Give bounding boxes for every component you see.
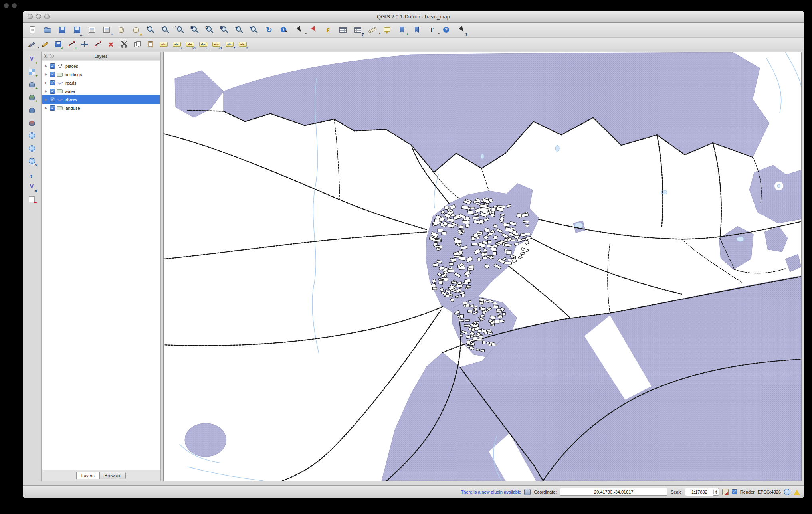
scale-combobox[interactable]: ▲▼ [685,488,719,496]
composer-manager-button[interactable]: ≡ ▾ [100,24,113,36]
select-by-expression-button[interactable]: ▾ [321,24,335,36]
render-checkbox[interactable] [732,489,737,494]
zoom-out-button[interactable]: − ▾ [159,24,172,36]
add-postgis-layer-button[interactable]: + ▾ [26,79,38,90]
tab-layers[interactable]: Layers [76,472,100,479]
add-wfs-layer-button[interactable]: V ▾ [26,156,38,167]
layer-row-rivers[interactable]: rivers [42,95,160,104]
panel-close-button[interactable] [44,54,48,58]
layer-visibility-checkbox[interactable] [50,72,55,77]
save-layer-edits-button[interactable]: ✓ ▾ [52,39,64,50]
toggle-editing-button[interactable]: ▾ [39,39,51,50]
help-button[interactable]: ▾ [440,24,453,36]
layer-row-landuse[interactable]: landuse [42,104,160,112]
pan-map-button[interactable]: ▾ [115,24,128,36]
show-bookmarks-button[interactable]: ▾ [410,24,424,36]
whats-this-button[interactable]: ? ▾ [454,24,468,36]
identify-features-button[interactable]: ▾ [277,24,291,36]
label-properties-button[interactable]: ≡ ▾ [237,39,249,50]
zoom-native-button[interactable]: 1:1 ▾ [174,24,187,36]
zoom-full-button[interactable]: ▣ ▾ [188,24,202,36]
layer-visibility-checkbox[interactable] [50,105,55,111]
add-mssql-layer-button[interactable]: ▾ [26,105,38,116]
current-edits-button[interactable]: ▾ [26,39,38,50]
save-project-as-button[interactable]: … ▾ [70,24,84,36]
cut-features-button[interactable]: ▾ [118,39,130,50]
scale-input[interactable] [685,488,713,496]
add-mssql-layer-icon [28,106,36,115]
new-project-button[interactable]: ▾ [26,24,40,36]
copy-features-button[interactable]: ▾ [131,39,143,50]
label-move-button[interactable]: ↔ ▾ [197,39,209,50]
refresh-map-button[interactable]: ▾ [262,24,276,36]
close-button[interactable] [28,14,33,19]
label-highlight-button[interactable]: ∅ ▾ [184,39,196,50]
deselect-features-button[interactable]: ▾ [307,24,320,36]
render-label: Render [740,490,755,494]
add-delimited-text-layer-button[interactable]: ▾ [26,168,38,180]
expand-arrow-icon[interactable] [44,89,48,93]
label-pin-button[interactable]: • ▾ [171,39,183,50]
open-attribute-table-button[interactable]: ▾ [336,24,350,36]
layer-visibility-checkbox[interactable] [50,89,55,94]
layer-row-places[interactable]: places [42,62,160,70]
open-project-button[interactable]: ▾ [41,24,54,36]
new-bookmark-button[interactable]: + ▾ [395,24,409,36]
layer-row-roads[interactable]: roads [42,79,160,87]
pan-to-selection-button[interactable]: ★ ▾ [129,24,143,36]
zoom-in-button[interactable]: + ▾ [144,24,158,36]
map-tips-button[interactable]: ▾ [380,24,394,36]
add-raster-layer-button[interactable]: + ▾ [26,66,38,77]
scale-spinner-icon[interactable]: ▲▼ [713,490,719,494]
label-change-button[interactable]: * ▾ [224,39,236,50]
minimize-button[interactable] [36,14,41,19]
new-shapefile-layer-button[interactable]: ∗ ▾ [26,181,38,192]
map-canvas[interactable] [163,52,802,481]
expand-arrow-icon[interactable] [44,73,48,76]
panel-float-button[interactable] [50,54,54,58]
expand-arrow-icon[interactable] [44,106,48,110]
plugin-icon[interactable] [524,489,531,495]
layer-visibility-checkbox[interactable] [50,63,55,69]
zoom-window-button[interactable] [44,14,50,19]
layers-panel-header[interactable]: Layers [42,52,160,60]
remove-layer-button[interactable]: − ▾ [26,194,38,205]
coordinate-input[interactable] [560,488,667,496]
new-print-composer-button[interactable]: ▾ [85,24,99,36]
zoom-to-selection-button[interactable]: ▢ ▾ [203,24,217,36]
paste-features-button[interactable]: ▾ [145,39,156,50]
new-plugin-link[interactable]: There is a new plugin available [461,490,521,494]
node-tool-button[interactable]: ▾ [92,39,104,50]
expand-arrow-icon[interactable] [44,81,48,85]
map-svg[interactable] [164,52,801,481]
labeling-button[interactable]: ▾ [158,39,170,50]
titlebar[interactable]: QGIS 2.0.1-Dufour - basic_map [23,11,804,23]
messages-log-button[interactable] [794,490,800,495]
expand-arrow-icon[interactable] [44,64,48,68]
tab-browser[interactable]: Browser [100,472,126,479]
add-oracle-layer-button[interactable]: ▾ [26,117,38,128]
add-spatialite-layer-button[interactable]: + ▾ [26,92,38,103]
move-feature-button[interactable]: ▾ [79,39,91,50]
crs-status-button[interactable] [784,489,790,495]
select-features-button[interactable]: ▾ [292,24,305,36]
text-annotation-button[interactable]: ▾ [425,24,438,36]
measure-button[interactable]: ▾ [366,24,379,36]
field-calculator-button[interactable]: ∑ ▾ [351,24,364,36]
delete-selected-button[interactable]: ▾ [105,39,117,50]
layer-row-water[interactable]: water [42,87,160,95]
add-vector-layer-button[interactable]: + ▾ [26,53,38,65]
layer-row-buildings[interactable]: buildings [42,70,160,79]
zoom-last-button[interactable]: ◀ ▾ [233,24,246,36]
stop-render-icon[interactable] [722,489,729,495]
add-wcs-layer-button[interactable]: ▾ [26,143,38,154]
label-rotate-button[interactable]: ↻ ▾ [210,39,222,50]
layer-visibility-checkbox[interactable] [50,97,55,102]
expand-arrow-icon[interactable] [44,98,48,101]
zoom-next-button[interactable]: ▶ ▾ [248,24,261,36]
save-project-button[interactable]: ▾ [55,24,69,36]
add-feature-button[interactable]: + ▾ [65,39,77,50]
layer-visibility-checkbox[interactable] [50,80,55,85]
zoom-to-layer-button[interactable]: ▤ ▾ [218,24,232,36]
add-wms-layer-button[interactable]: ▾ [26,130,38,141]
